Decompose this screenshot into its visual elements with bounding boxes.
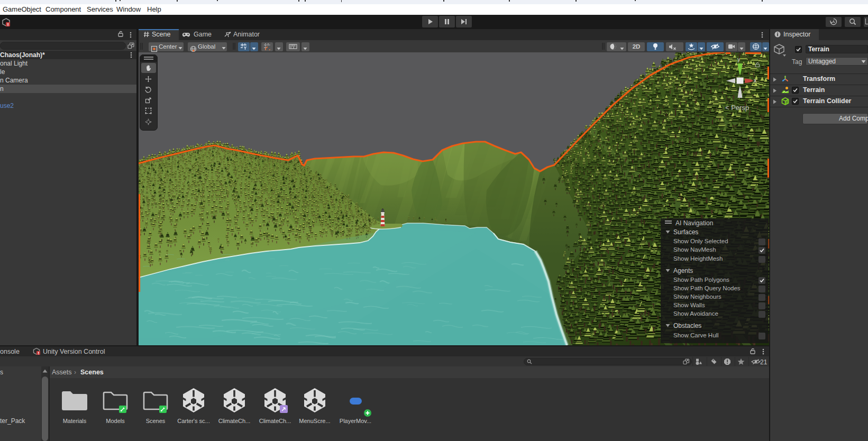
svg-text:x: x <box>754 77 757 84</box>
svg-text:y: y <box>737 56 741 62</box>
